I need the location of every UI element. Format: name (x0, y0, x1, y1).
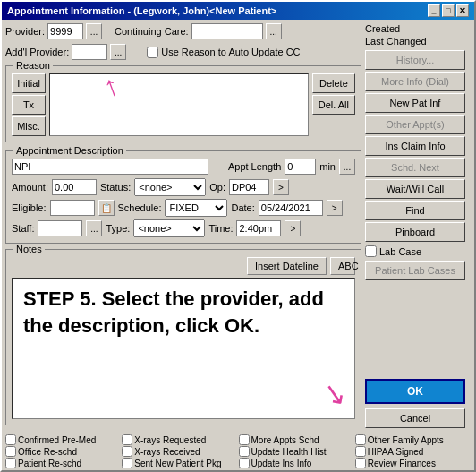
lab-case-checkbox[interactable] (365, 245, 377, 257)
last-changed-label: Last Changed (365, 36, 471, 47)
appt-description-input[interactable] (12, 159, 208, 175)
amount-label: Amount: (12, 182, 48, 193)
type-select[interactable]: <none> (133, 219, 205, 237)
reason-label: Reason (13, 60, 53, 71)
more-info-button[interactable]: More Info (Dial) (365, 72, 465, 91)
xrays-requested-label: X-rays Requested (134, 435, 206, 445)
xrays-received-label: X-rays Received (134, 447, 200, 457)
update-ins-info-checkbox[interactable] (239, 458, 250, 468)
sent-new-patient-pkg-checkbox[interactable] (122, 458, 132, 468)
use-reason-label: Use Reason to Auto Update CC (161, 47, 300, 57)
close-button[interactable]: ✕ (456, 4, 469, 17)
notes-section: Notes Insert Dateline ABC STEP 5. Select… (5, 249, 361, 425)
op-input[interactable] (229, 179, 269, 195)
reason-text-area[interactable] (49, 73, 309, 136)
wait-will-call-button[interactable]: Wait/Will Call (365, 179, 465, 199)
continuing-care-browse-button[interactable]: ... (266, 23, 282, 39)
op-label: Op: (209, 182, 225, 193)
history-button[interactable]: History... (365, 50, 465, 70)
other-family-appts-label: Other Family Appts (368, 435, 444, 445)
staff-input[interactable] (38, 220, 82, 236)
hipaa-signed-checkbox[interactable] (355, 446, 366, 457)
hipaa-signed-label: HIPAA Signed (368, 447, 424, 457)
use-reason-checkbox[interactable] (147, 47, 158, 58)
status-select[interactable]: <none> (134, 178, 206, 196)
continuing-care-label: Continuing Care: (115, 26, 189, 37)
staff-label: Staff: (12, 223, 34, 234)
window-title: Appointment Information - (Legwork, John… (7, 5, 276, 16)
reason-section: Reason Initial Tx Misc. Delete Del. All (5, 65, 361, 142)
date-input[interactable] (259, 200, 323, 216)
eligible-row: Eligible: 📋 Schedule: FIXED Date: > (12, 199, 355, 217)
notes-text-area[interactable]: STEP 5. Select the provider, add the des… (12, 278, 355, 419)
initial-button[interactable]: Initial (12, 73, 46, 93)
time-input[interactable] (236, 220, 281, 236)
eligible-input[interactable] (50, 200, 95, 216)
confirmed-premed-checkbox[interactable] (5, 434, 16, 445)
addl-provider-input[interactable] (72, 44, 107, 60)
addl-provider-browse-button[interactable]: ... (110, 44, 126, 60)
xrays-received-checkbox[interactable] (122, 446, 132, 457)
time-browse-button[interactable]: > (285, 220, 301, 236)
sent-new-patient-pkg-label: Sent New Patient Pkg (134, 459, 221, 468)
appt-length-label: Appt Length (228, 161, 281, 172)
checkbox-hipaa-signed: HIPAA Signed (355, 446, 471, 457)
eligible-browse-button[interactable]: 📋 (98, 200, 115, 216)
appt-length-input[interactable] (285, 159, 316, 175)
checkbox-other-family-appts: Other Family Appts (355, 434, 471, 445)
provider-browse-button[interactable]: ... (86, 23, 102, 39)
update-health-hist-label: Update Health Hist (251, 447, 327, 457)
checkbox-xrays-requested: X-rays Requested (122, 434, 237, 445)
update-health-hist-checkbox[interactable] (239, 446, 250, 457)
misc-button[interactable]: Misc. (12, 116, 46, 136)
xrays-requested-checkbox[interactable] (122, 434, 132, 445)
amount-input[interactable] (52, 179, 97, 195)
insert-dateline-row: Insert Dateline ABC (12, 257, 355, 275)
insert-dateline-button[interactable]: Insert Dateline (247, 257, 327, 275)
checkbox-xrays-received: X-rays Received (122, 446, 237, 457)
tx-button[interactable]: Tx (12, 95, 46, 115)
office-re-schd-checkbox[interactable] (5, 446, 16, 457)
status-label: Status: (100, 182, 131, 193)
step-text: STEP 5. Select the provider, add the des… (13, 279, 354, 346)
right-panel: Created Last Changed History... More Inf… (365, 23, 471, 428)
staff-browse-button[interactable]: ... (86, 220, 102, 236)
other-family-appts-checkbox[interactable] (355, 434, 366, 445)
continuing-care-input[interactable] (191, 23, 263, 39)
other-appts-button[interactable]: Other Appt(s) (365, 115, 465, 134)
checkbox-office-re-schd: Office Re-schd (5, 446, 121, 457)
delete-button[interactable]: Delete (312, 73, 355, 93)
main-content: Provider: ... Continuing Care: ... Add'l… (2, 20, 474, 432)
cancel-button[interactable]: Cancel (365, 408, 465, 428)
patient-re-schd-label: Patient Re-schd (18, 459, 81, 468)
title-bar-buttons: _ □ ✕ (428, 4, 469, 17)
provider-section: Provider: ... Continuing Care: ... (5, 23, 361, 39)
minimize-button[interactable]: _ (428, 4, 440, 17)
provider-input[interactable] (47, 23, 83, 39)
maximize-button[interactable]: □ (442, 4, 455, 17)
more-appts-schd-checkbox[interactable] (239, 434, 250, 445)
update-ins-info-label: Update Ins Info (251, 459, 312, 468)
delete-buttons: Delete Del. All (312, 73, 355, 136)
checkbox-update-health-hist: Update Health Hist (239, 446, 354, 457)
date-browse-button[interactable]: > (327, 200, 343, 216)
ins-claim-info-button[interactable]: Ins Claim Info (365, 136, 465, 156)
new-pat-inf-button[interactable]: New Pat Inf (365, 93, 465, 113)
find-button[interactable]: Find (365, 201, 465, 220)
ok-button[interactable]: OK (365, 379, 465, 404)
op-browse-button[interactable]: > (273, 179, 289, 195)
schedule-select[interactable]: FIXED (165, 199, 227, 217)
created-label: Created (365, 23, 471, 34)
checkbox-patient-re-schd: Patient Re-schd (5, 458, 121, 468)
del-all-button[interactable]: Del. All (312, 95, 355, 115)
appt-length-browse-button[interactable]: ... (339, 159, 355, 175)
patient-re-schd-checkbox[interactable] (5, 458, 16, 468)
pinboard-button[interactable]: Pinboard (365, 222, 465, 242)
staff-row: Staff: ... Type: <none> Time: > (12, 219, 355, 237)
review-finances-checkbox[interactable] (355, 458, 366, 468)
min-label: min (319, 161, 336, 172)
schd-next-button[interactable]: Schd. Next (365, 158, 465, 177)
checkbox-more-appts-schd: More Appts Schd (239, 434, 354, 445)
patient-lab-cases-button[interactable]: Patient Lab Cases (365, 261, 465, 280)
abc-button[interactable]: ABC (330, 257, 355, 275)
